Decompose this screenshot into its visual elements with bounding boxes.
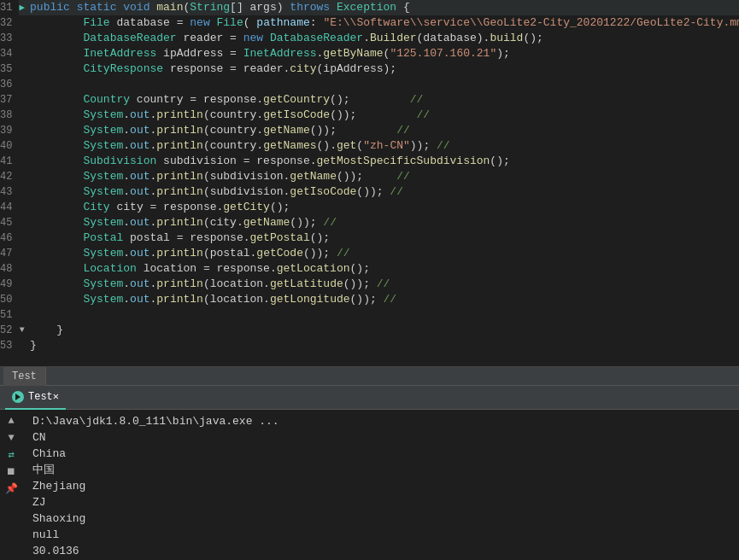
code-line: 47 System.out.println(postal.getCode());… — [0, 246, 739, 261]
code-line: 43 System.out.println(subdivision.getIso… — [0, 184, 739, 200]
run-tab-test[interactable]: Test ✕ — [5, 386, 66, 410]
line-gutter — [19, 123, 25, 138]
code-line: 36 — [0, 77, 739, 92]
line-code: CityResponse response = reader.city(ipAd… — [25, 61, 739, 77]
line-gutter — [19, 292, 25, 307]
output-line: CN — [32, 429, 734, 446]
line-code — [25, 307, 739, 323]
line-number: 52 — [0, 323, 19, 338]
line-gutter — [19, 200, 25, 215]
run-output: CNChina中国ZhejiangZJShaoxingnull30.013612… — [32, 429, 734, 560]
output-line: China — [32, 446, 734, 462]
line-number: 36 — [0, 77, 19, 92]
line-number: 39 — [0, 123, 19, 138]
line-code: public static void main(String[] args) t… — [25, 0, 739, 15]
pin-button[interactable]: 📌 — [3, 481, 19, 497]
line-number: 48 — [0, 261, 19, 277]
line-number: 40 — [0, 138, 19, 154]
line-number: 44 — [0, 200, 19, 215]
line-number: 53 — [0, 338, 19, 353]
line-code — [25, 77, 739, 92]
line-number: 31 — [0, 0, 19, 15]
line-gutter — [19, 92, 25, 108]
line-gutter[interactable]: ▼ — [19, 323, 25, 338]
output-line: null — [32, 527, 734, 543]
line-code: System.out.println(subdivision.getIsoCod… — [25, 184, 739, 200]
line-number: 49 — [0, 277, 19, 292]
output-line: 30.0136 — [32, 543, 734, 559]
line-number: 38 — [0, 108, 19, 123]
line-code: File database = new File( pathname: "E:\… — [25, 15, 739, 31]
code-line: 40 System.out.println(country.getNames()… — [0, 138, 739, 154]
code-line: 38 System.out.println(country.getIsoCode… — [0, 108, 739, 123]
line-code: System.out.println(location.getLatitude(… — [25, 277, 739, 292]
line-code: System.out.println(country.getIsoCode())… — [25, 108, 739, 123]
line-number: 35 — [0, 61, 19, 77]
code-line: 50 System.out.println(location.getLongit… — [0, 292, 739, 307]
tab-test-bottom-label: Test — [12, 370, 37, 382]
scroll-down-button[interactable]: ▼ — [3, 430, 19, 446]
code-line: 49 System.out.println(location.getLatitu… — [0, 277, 739, 292]
line-code: City city = response.getCity(); — [25, 200, 739, 215]
output-line: ZJ — [32, 494, 734, 510]
code-line: 35 CityResponse response = reader.city(i… — [0, 61, 739, 77]
output-line: 中国 — [32, 462, 734, 478]
line-gutter — [19, 15, 25, 31]
line-code: System.out.println(subdivision.getName()… — [25, 169, 739, 184]
side-buttons: ▲ ▼ ⇄ ⏹ 📌 — [3, 413, 19, 497]
code-line: 51 — [0, 307, 739, 323]
line-code: DatabaseReader reader = new DatabaseRead… — [25, 31, 739, 46]
line-gutter — [19, 261, 25, 277]
code-line: 39 System.out.println(country.getName())… — [0, 123, 739, 138]
line-number: 33 — [0, 31, 19, 46]
scroll-up-button[interactable]: ▲ — [3, 413, 19, 429]
run-icon — [12, 391, 24, 403]
line-code: System.out.println(country.getName()); /… — [25, 123, 739, 138]
line-gutter — [19, 169, 25, 184]
line-code: Location location = response.getLocation… — [25, 261, 739, 277]
line-gutter — [19, 31, 25, 46]
editor-area: 31▶public static void main(String[] args… — [0, 0, 739, 367]
line-code: Country country = response.getCountry();… — [25, 92, 739, 108]
line-code: System.out.println(location.getLongitude… — [25, 292, 739, 307]
run-panel: Test ✕ ▲ ▼ ⇄ ⏹ 📌 D:\Java\jdk1.8.0_111\bi… — [0, 386, 739, 560]
code-line: 33 DatabaseReader reader = new DatabaseR… — [0, 31, 739, 46]
line-gutter — [19, 77, 25, 92]
code-line: 31▶public static void main(String[] args… — [0, 0, 739, 15]
tab-test-bottom[interactable]: Test — [3, 367, 46, 386]
line-number: 43 — [0, 184, 19, 200]
line-gutter — [19, 246, 25, 261]
code-line: 34 InetAddress ipAddress = InetAddress.g… — [0, 46, 739, 61]
bottom-tabs-bar: Test — [0, 367, 739, 386]
line-gutter — [19, 154, 25, 169]
line-gutter[interactable]: ▶ — [19, 0, 25, 15]
line-number: 47 — [0, 246, 19, 261]
line-number: 32 — [0, 15, 19, 31]
line-gutter — [19, 184, 25, 200]
line-code: System.out.println(city.getName()); // — [25, 215, 739, 230]
line-gutter — [19, 307, 25, 323]
line-number: 41 — [0, 154, 19, 169]
line-code: } — [25, 338, 739, 353]
stop-button[interactable]: ⏹ — [3, 464, 19, 480]
line-gutter — [19, 46, 25, 61]
line-gutter — [19, 215, 25, 230]
line-number: 51 — [0, 307, 19, 323]
code-line: 53} — [0, 338, 739, 353]
code-line: 46 Postal postal = response.getPostal(); — [0, 230, 739, 246]
line-code: Postal postal = response.getPostal(); — [25, 230, 739, 246]
code-line: 52▼ } — [0, 323, 739, 338]
run-tab-close[interactable]: ✕ — [53, 390, 59, 403]
run-again-button[interactable]: ⇄ — [3, 447, 19, 463]
line-code: InetAddress ipAddress = InetAddress.getB… — [25, 46, 739, 61]
line-code: } — [25, 323, 739, 338]
code-line: 41 Subdivision subdivision = response.ge… — [0, 154, 739, 169]
line-gutter — [19, 338, 25, 353]
line-number: 46 — [0, 230, 19, 246]
line-number: 50 — [0, 292, 19, 307]
line-number: 42 — [0, 169, 19, 184]
line-number: 45 — [0, 215, 19, 230]
code-line: 32 File database = new File( pathname: "… — [0, 15, 739, 31]
line-code: System.out.println(postal.getCode()); // — [25, 246, 739, 261]
line-number: 34 — [0, 46, 19, 61]
